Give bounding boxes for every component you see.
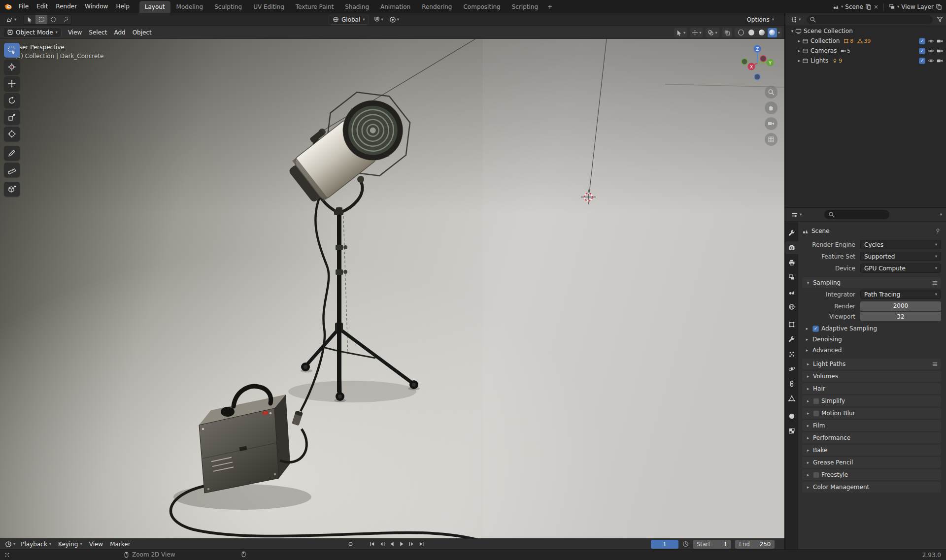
pin-icon[interactable] — [935, 228, 941, 234]
workspace-tab-animation[interactable]: Animation — [375, 1, 416, 13]
hide-eye-icon[interactable] — [928, 58, 934, 64]
tab-physics[interactable] — [785, 362, 798, 375]
chevron-down-icon[interactable]: ▾ — [940, 212, 942, 217]
render-engine-select[interactable]: Cycles ▾ — [860, 240, 941, 249]
workspace-tab-rendering[interactable]: Rendering — [416, 1, 457, 13]
xray-toggle[interactable] — [722, 28, 732, 37]
toggle-orthographic-button[interactable] — [765, 133, 777, 146]
pan-button[interactable] — [765, 101, 777, 114]
tab-particles[interactable] — [785, 348, 798, 361]
timeline-menu-marker[interactable]: Marker — [106, 540, 134, 549]
workspace-tab-texture-paint[interactable]: Texture Paint — [290, 1, 339, 13]
workspace-tab-compositing[interactable]: Compositing — [458, 1, 506, 13]
tool-move[interactable] — [4, 76, 20, 91]
integrator-select[interactable]: Path Tracing ▾ — [860, 290, 941, 299]
corner-grip-icon[interactable] — [4, 552, 10, 558]
exclude-checkbox[interactable]: ✓ — [919, 48, 925, 54]
section-film[interactable]: ▸ Film — [802, 420, 941, 431]
prev-keyframe-button[interactable] — [377, 540, 387, 549]
outliner-row-lights[interactable]: ▸ Lights 9 ✓ — [785, 56, 946, 66]
menu-window[interactable]: Window — [81, 1, 112, 11]
samples-render-field[interactable]: 2000 — [860, 301, 941, 311]
timeline-menu-view[interactable]: View — [86, 540, 106, 549]
tab-view-layer[interactable] — [785, 271, 798, 284]
tab-object[interactable] — [785, 318, 798, 331]
viewport-menu-view[interactable]: View — [65, 28, 85, 37]
tab-constraints[interactable] — [785, 377, 798, 390]
outliner-row-collection[interactable]: ▸ Collection 8 39 ✓ — [785, 36, 946, 46]
play-button[interactable] — [397, 540, 406, 549]
disclosure-triangle-icon[interactable]: ▸ — [796, 48, 802, 53]
freestyle-checkbox[interactable] — [813, 472, 819, 478]
viewport-canvas[interactable] — [0, 39, 784, 538]
tab-object-data[interactable] — [785, 392, 798, 405]
section-color-management[interactable]: ▸ Color Management — [802, 482, 941, 493]
tab-world[interactable] — [785, 300, 798, 313]
viewport-menu-select[interactable]: Select — [85, 28, 110, 37]
workspace-tab-modeling[interactable]: Modeling — [171, 1, 209, 13]
workspace-tab-layout[interactable]: Layout — [139, 1, 170, 13]
menu-render[interactable]: Render — [52, 1, 81, 11]
current-frame-field[interactable]: 1 — [651, 540, 678, 549]
tool-scale[interactable] — [4, 110, 20, 125]
mode-select[interactable]: Object Mode ▾ — [3, 28, 62, 37]
proportional-editing-toggle[interactable]: ▾ — [388, 15, 401, 24]
section-hair[interactable]: ▸ Hair — [802, 383, 941, 394]
timeline-menu-playback[interactable]: Playback▾ — [17, 540, 55, 549]
tool-transform[interactable] — [4, 127, 20, 141]
section-grease-pencil[interactable]: ▸ Grease Pencil — [802, 457, 941, 468]
play-reverse-button[interactable] — [387, 540, 397, 549]
gizmos-dropdown[interactable]: ▾ — [690, 28, 703, 37]
tab-tool[interactable] — [785, 227, 798, 239]
presets-menu-icon[interactable] — [932, 280, 938, 286]
properties-search-input[interactable] — [824, 210, 889, 219]
jump-to-start-button[interactable] — [368, 540, 377, 549]
tool-add-cube[interactable] — [4, 182, 20, 197]
exclude-checkbox[interactable]: ✓ — [919, 38, 925, 44]
blender-logo-icon[interactable] — [4, 2, 13, 11]
tool-rotate[interactable] — [4, 93, 20, 108]
workspace-tab-uv-editing[interactable]: UV Editing — [248, 1, 290, 13]
section-sampling[interactable]: ▾ Sampling — [802, 277, 941, 288]
hide-eye-icon[interactable] — [928, 48, 934, 54]
outliner-row-scene-collection[interactable]: ▾ Scene Collection — [785, 26, 946, 36]
adaptive-sampling-checkbox[interactable]: ✓ — [812, 326, 819, 332]
simplify-checkbox[interactable] — [813, 398, 819, 404]
menu-file[interactable]: File — [15, 1, 33, 11]
tool-select-box[interactable] — [4, 43, 20, 58]
outliner-editor-selector[interactable]: ▾ — [788, 15, 803, 24]
tab-texture[interactable] — [785, 425, 798, 437]
new-view-layer-icon[interactable] — [936, 3, 942, 10]
section-bake[interactable]: ▸ Bake — [802, 445, 941, 456]
section-light-paths[interactable]: ▸ Light Paths — [802, 359, 941, 369]
new-scene-icon[interactable] — [865, 3, 872, 10]
tab-modifiers[interactable] — [785, 333, 798, 346]
zoom-button[interactable] — [765, 86, 777, 99]
select-tweak-button[interactable] — [24, 15, 35, 24]
frame-start-field[interactable]: Start 1 — [693, 540, 731, 549]
workspace-tab-sculpting[interactable]: Sculpting — [209, 1, 247, 13]
outliner-search-input[interactable] — [807, 15, 933, 24]
filter-icon[interactable] — [937, 16, 943, 23]
scene-selector[interactable]: ▾ Scene × — [833, 3, 878, 10]
disable-render-camera-icon[interactable] — [937, 58, 943, 64]
viewport-menu-object[interactable]: Object — [129, 28, 155, 37]
tab-scene[interactable] — [785, 286, 798, 298]
section-freestyle[interactable]: ▸ Freestyle — [802, 469, 941, 480]
overlays-dropdown[interactable]: ▾ — [706, 28, 719, 37]
select-box-button[interactable] — [35, 15, 47, 24]
selectability-visibility-dropdown[interactable]: ▾ — [674, 28, 687, 37]
transform-orientation-select[interactable]: Global ▾ — [329, 15, 369, 25]
shading-wireframe-button[interactable] — [737, 28, 746, 37]
auto-keying-button[interactable] — [346, 540, 355, 549]
presets-menu-icon[interactable] — [932, 361, 938, 367]
disclosure-triangle-icon[interactable]: ▾ — [789, 29, 795, 33]
next-keyframe-button[interactable] — [407, 540, 416, 549]
section-volumes[interactable]: ▸ Volumes — [802, 371, 941, 382]
timeline-menu-keying[interactable]: Keying▾ — [55, 540, 86, 549]
tab-material[interactable] — [785, 410, 798, 423]
shading-solid-button[interactable] — [747, 28, 756, 37]
motion-blur-checkbox[interactable] — [813, 410, 819, 417]
select-circle-button[interactable] — [47, 15, 59, 24]
exclude-checkbox[interactable]: ✓ — [919, 58, 925, 64]
